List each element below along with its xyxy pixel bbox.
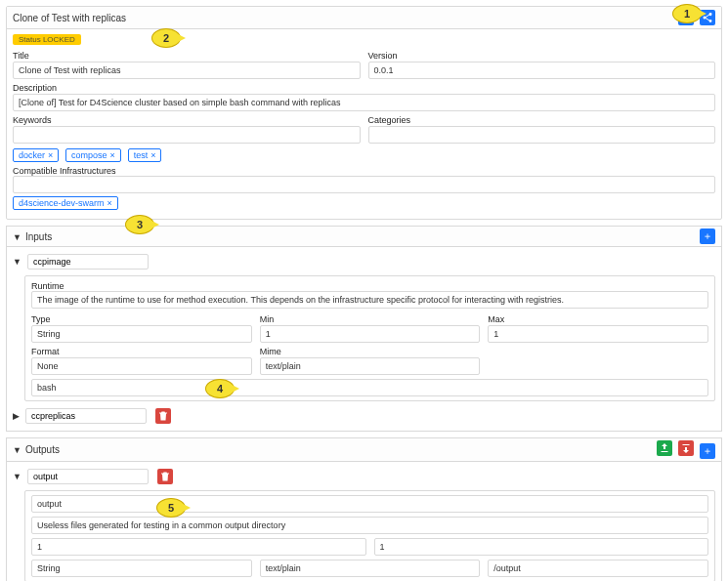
annotation-2: 2 [151, 28, 181, 48]
max-label: Max [488, 314, 708, 324]
outputs-body: ▼ [6, 462, 722, 581]
input-detail-ccpimage: Runtime The image of the runtime to use … [24, 275, 715, 401]
type-label: Type [31, 314, 252, 324]
input-row-ccpreplicas: ▶ [13, 405, 715, 427]
annotation-3: 3 [125, 215, 154, 234]
keyword-tag[interactable]: docker× [13, 148, 59, 162]
output-type-input[interactable] [31, 560, 252, 577]
output-max-input[interactable] [374, 538, 709, 556]
tag-label: docker [19, 150, 45, 160]
title-label: Title [13, 51, 361, 61]
close-icon[interactable]: × [107, 198, 112, 208]
output-desc-input[interactable] [31, 517, 708, 534]
description-input[interactable] [13, 94, 715, 111]
mime-label: Mime [260, 347, 481, 356]
import-output-button[interactable] [657, 440, 672, 456]
keywords-input[interactable] [13, 126, 361, 144]
default-value-input[interactable] [31, 379, 708, 396]
compat-input[interactable] [13, 176, 715, 193]
output-min-input[interactable] [31, 538, 366, 556]
annotation-4: 4 [205, 379, 235, 398]
input-row-ccpimage: ▼ [13, 251, 715, 272]
output-mime-input[interactable] [260, 560, 481, 577]
delete-input-button[interactable] [155, 408, 171, 424]
general-form: Status LOCKED Title Version Description … [7, 29, 721, 219]
caret-down-icon[interactable]: ▼ [13, 472, 21, 481]
tag-label: test [134, 150, 149, 160]
tag-label: d4science-dev-swarm [19, 198, 105, 208]
input-name-field[interactable] [25, 408, 147, 424]
output-detail [24, 490, 715, 581]
mime-input[interactable] [260, 357, 481, 375]
inputs-label: Inputs [25, 231, 52, 242]
description-label: Description [13, 83, 715, 93]
trash-icon [159, 471, 171, 482]
runtime-label: Runtime [31, 281, 64, 291]
inputs-body: ▼ Runtime The image of the runtime to us… [6, 247, 722, 432]
close-icon[interactable]: × [150, 150, 155, 160]
caret-right-icon[interactable]: ▶ [13, 411, 20, 421]
min-input[interactable] [260, 325, 481, 343]
method-header-bar: Clone of Test with replicas [7, 7, 721, 29]
runtime-desc: The image of the runtime to use for meth… [31, 291, 708, 309]
add-output-button[interactable]: ＋ [700, 443, 715, 459]
caret-down-icon: ▼ [13, 232, 21, 242]
annotation-1: 1 [672, 4, 702, 23]
max-input[interactable] [488, 325, 708, 343]
version-label: Version [368, 51, 716, 61]
inputs-header[interactable]: ▼Inputs ＋ [6, 226, 722, 247]
close-icon[interactable]: × [48, 150, 53, 160]
format-label: Format [31, 347, 252, 356]
outputs-header[interactable]: ▼Outputs ＋ [6, 437, 722, 462]
page-title: Clone of Test with replicas [13, 13, 126, 23]
tag-label: compose [71, 150, 107, 160]
export-icon [680, 442, 692, 454]
compat-tag[interactable]: d4science-dev-swarm× [13, 196, 118, 210]
delete-output-button[interactable] [157, 469, 173, 484]
min-label: Min [260, 314, 481, 324]
compat-tagbar: d4science-dev-swarm× [13, 193, 715, 213]
version-input[interactable] [368, 62, 716, 79]
categories-label: Categories [368, 115, 716, 125]
keyword-tag[interactable]: compose× [65, 148, 121, 162]
categories-input[interactable] [368, 126, 716, 144]
close-icon[interactable]: × [110, 150, 115, 160]
outputs-label: Outputs [25, 444, 60, 455]
method-panel: Clone of Test with replicas Status LOCKE… [6, 6, 722, 220]
import-icon [659, 442, 670, 454]
format-input[interactable] [31, 357, 252, 375]
caret-down-icon[interactable]: ▼ [13, 257, 21, 267]
output-title-input[interactable] [31, 495, 708, 513]
keyword-tag[interactable]: test× [128, 148, 162, 162]
output-path-input[interactable] [488, 560, 708, 577]
keywords-label: Keywords [13, 115, 361, 125]
compat-label: Compatible Infrastructures [13, 166, 116, 176]
status-badge: Status LOCKED [13, 34, 81, 45]
annotation-5: 5 [156, 498, 186, 518]
output-name-field[interactable] [27, 469, 149, 484]
keyword-tagbar: docker× compose× test× [13, 145, 715, 165]
add-input-button[interactable]: ＋ [700, 228, 715, 244]
type-input[interactable] [31, 325, 252, 343]
trash-icon [157, 410, 169, 422]
title-input[interactable] [13, 62, 361, 79]
export-output-button[interactable] [678, 440, 694, 456]
output-row: ▼ [13, 466, 715, 487]
caret-down-icon: ▼ [13, 445, 21, 455]
input-name-field[interactable] [27, 254, 149, 270]
